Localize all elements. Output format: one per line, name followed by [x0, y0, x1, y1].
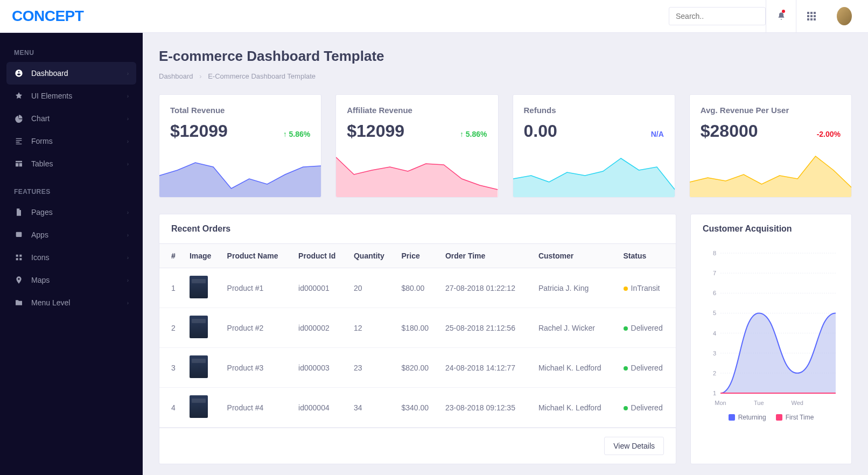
sparkline-chart — [336, 149, 498, 197]
column-header: Price — [396, 244, 440, 268]
breadcrumb-dashboard[interactable]: Dashboard — [159, 72, 193, 80]
column-header: Customer — [533, 244, 618, 268]
recent-orders-title: Recent Orders — [159, 214, 676, 243]
notifications-button[interactable] — [766, 0, 796, 33]
legend-first: First Time — [786, 414, 814, 421]
stat-card-affiliate-revenue: Affiliate Revenue$12099↑ 5.86% — [335, 94, 498, 198]
sidebar-item-dashboard[interactable]: Dashboard› — [6, 62, 136, 85]
nav-label: Dashboard — [31, 69, 68, 78]
column-header: Status — [618, 244, 676, 268]
chevron-right-icon: › — [127, 116, 129, 122]
sidebar-item-chart[interactable]: Chart› — [0, 107, 143, 130]
bell-icon — [777, 12, 786, 20]
status-dot-icon — [624, 287, 628, 291]
sidebar-item-icons[interactable]: Icons› — [0, 246, 143, 269]
chart-legend: Returning First Time — [701, 414, 842, 421]
form-icon — [14, 136, 24, 146]
brand-logo[interactable]: CONCEPT — [12, 8, 83, 25]
chevron-right-icon: › — [127, 209, 129, 215]
sidebar-item-pages[interactable]: Pages› — [0, 201, 143, 223]
piechart-icon — [14, 114, 24, 123]
stat-label: Refunds — [513, 106, 675, 115]
table-row[interactable]: 2Product #2id00000212$180.0025-08-2018 2… — [159, 308, 676, 348]
stat-value: $12099 — [170, 121, 228, 141]
sidebar-item-maps[interactable]: Maps› — [0, 269, 143, 291]
product-image — [190, 395, 208, 418]
apps-grid-button[interactable] — [796, 0, 826, 33]
recent-orders-card: Recent Orders #ImageProduct NameProduct … — [159, 214, 676, 464]
svg-text:Tue: Tue — [754, 400, 764, 406]
sparkline-chart — [513, 149, 675, 197]
column-header: Image — [184, 244, 222, 268]
chevron-right-icon: › — [127, 138, 129, 144]
chevron-right-icon: › — [127, 232, 129, 238]
customer-acquisition-card: Customer Acquisition 12345678MonTueWed R… — [690, 214, 852, 464]
rocket-icon — [14, 91, 24, 101]
sidebar-section-menu: MENU — [0, 44, 143, 62]
column-header: Product Name — [222, 244, 293, 268]
nav-label: Apps — [31, 230, 48, 239]
column-header: Product Id — [293, 244, 348, 268]
view-details-button[interactable]: View Details — [604, 437, 664, 455]
app-icon — [14, 230, 24, 240]
stat-value: 0.00 — [524, 121, 557, 141]
chevron-right-icon: › — [127, 161, 129, 167]
sidebar-item-ui-elements[interactable]: UI Elements› — [0, 85, 143, 107]
sparkline-chart — [690, 149, 851, 197]
product-image — [190, 316, 208, 338]
chevron-right-icon: › — [127, 71, 129, 76]
svg-text:8: 8 — [713, 250, 716, 256]
svg-text:7: 7 — [713, 270, 716, 276]
icons-icon — [14, 253, 24, 262]
stat-change: -2.00% — [817, 130, 841, 138]
stat-card-avg-revenue-per-user: Avg. Revenue Per User$28000-2.00% — [689, 94, 852, 198]
sidebar-section-features: FEATURES — [0, 183, 143, 201]
orders-table: #ImageProduct NameProduct IdQuantityPric… — [159, 243, 676, 428]
svg-text:3: 3 — [713, 350, 716, 357]
sidebar-item-forms[interactable]: Forms› — [0, 130, 143, 152]
chevron-right-icon: › — [127, 93, 129, 99]
chevron-right-icon: › — [127, 255, 129, 261]
top-header: CONCEPT — [0, 0, 868, 33]
stat-card-total-revenue: Total Revenue$12099↑ 5.86% — [159, 94, 321, 198]
svg-text:5: 5 — [713, 310, 716, 316]
stat-card-refunds: Refunds0.00N/A — [513, 94, 675, 198]
stat-change: ↑ 5.86% — [460, 130, 487, 138]
stat-value: $12099 — [347, 121, 404, 141]
dashboard-icon — [14, 68, 24, 78]
table-row[interactable]: 3Product #3id00000323$820.0024-08-2018 1… — [159, 348, 676, 388]
column-header: Quantity — [348, 244, 396, 268]
chevron-right-icon: › — [127, 277, 129, 283]
breadcrumb-current: E-Commerce Dashboard Template — [208, 72, 316, 80]
chevron-right-icon: › — [199, 72, 201, 80]
sidebar-item-tables[interactable]: Tables› — [0, 152, 143, 175]
product-image — [190, 355, 208, 378]
svg-text:Mon: Mon — [715, 400, 726, 406]
legend-returning: Returning — [738, 414, 766, 421]
user-menu[interactable] — [826, 0, 856, 33]
table-row[interactable]: 4Product #4id00000434$340.0023-08-2018 0… — [159, 388, 676, 428]
breadcrumb: Dashboard › E-Commerce Dashboard Templat… — [159, 72, 852, 80]
nav-label: Menu Level — [31, 298, 70, 307]
svg-text:4: 4 — [713, 330, 716, 337]
table-row[interactable]: 1Product #1id00000120$80.0027-08-2018 01… — [159, 268, 676, 308]
chevron-right-icon: › — [127, 300, 129, 306]
search-input[interactable] — [669, 7, 766, 25]
nav-label: UI Elements — [31, 92, 72, 100]
status-dot-icon — [624, 406, 628, 410]
stat-label: Affiliate Revenue — [336, 106, 498, 115]
grid-icon — [807, 12, 816, 20]
status-dot-icon — [624, 366, 628, 371]
svg-text:1: 1 — [713, 390, 716, 396]
sidebar: MENU Dashboard›UI Elements›Chart›Forms›T… — [0, 33, 143, 475]
nav-label: Icons — [31, 253, 49, 262]
customer-acquisition-title: Customer Acquisition — [691, 214, 851, 243]
sidebar-item-apps[interactable]: Apps› — [0, 223, 143, 246]
sidebar-item-menu-level[interactable]: Menu Level› — [0, 291, 143, 314]
svg-text:Wed: Wed — [791, 400, 803, 406]
column-header: # — [159, 244, 184, 268]
acquisition-chart: 12345678MonTueWed — [701, 248, 842, 409]
nav-label: Pages — [31, 208, 53, 216]
table-icon — [14, 159, 24, 169]
map-icon — [14, 275, 24, 285]
